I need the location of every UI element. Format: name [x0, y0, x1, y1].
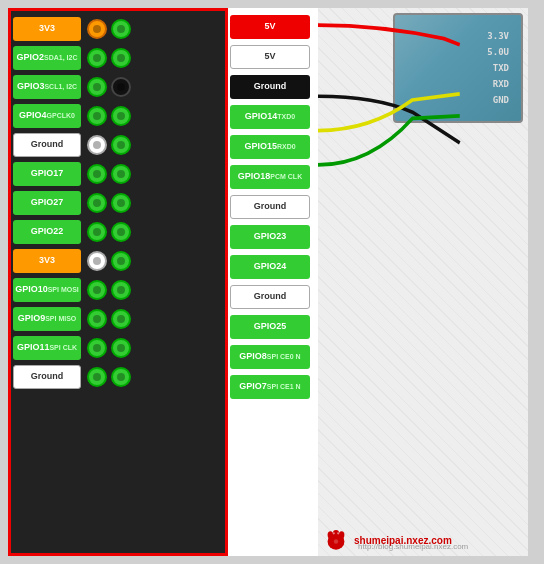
- left-pin-label: GPIO17: [13, 162, 81, 186]
- right-circle: [111, 222, 131, 242]
- right-pin-label: GPIO8SPI CE0 N: [230, 345, 310, 369]
- main-container: 3V3GPIO2SDA1, I2CGPIO3SCL1, I2CGPIO4GPCL…: [8, 8, 528, 556]
- gpio-right-row: GPIO15RXD0: [230, 132, 316, 161]
- left-circle: [87, 77, 107, 97]
- chip-photo: 3.3V 5.0U TXD RXD GND: [393, 13, 523, 123]
- gpio-right-row: GPIO8SPI CE0 N: [230, 342, 316, 371]
- right-pin-label: GPIO18PCM CLK: [230, 165, 310, 189]
- gpio-row: 3V3: [13, 15, 223, 43]
- right-circle: [111, 19, 131, 39]
- chip-label-2: 5.0U: [487, 47, 509, 57]
- right-circle: [111, 309, 131, 329]
- pin-circles: [87, 164, 131, 184]
- pin-circles: [87, 251, 131, 271]
- pin-circles: [87, 222, 131, 242]
- pin-circles: [87, 367, 131, 387]
- left-circle: [87, 164, 107, 184]
- gpio-row: GPIO9SPI MISO: [13, 305, 223, 333]
- gpio-right-row: GPIO23: [230, 222, 316, 251]
- right-circle: [111, 338, 131, 358]
- pin-circles: [87, 193, 131, 213]
- svg-point-3: [339, 531, 345, 538]
- left-circle: [87, 193, 107, 213]
- right-panel: 5V5VGroundGPIO14TXD0GPIO15RXD0GPIO18PCM …: [228, 8, 528, 556]
- left-pin-label: GPIO27: [13, 191, 81, 215]
- right-pin-label: GPIO23: [230, 225, 310, 249]
- gpio-panel: 3V3GPIO2SDA1, I2CGPIO3SCL1, I2CGPIO4GPCL…: [8, 8, 228, 556]
- left-pin-label: GPIO4GPCLK0: [13, 104, 81, 128]
- left-pin-label: Ground: [13, 365, 81, 389]
- right-pin-label: GPIO7SPI CE1 N: [230, 375, 310, 399]
- left-circle: [87, 222, 107, 242]
- pin-circles: [87, 77, 131, 97]
- gpio-row: GPIO3SCL1, I2C: [13, 73, 223, 101]
- left-circle: [87, 367, 107, 387]
- chip-label-3: TXD: [493, 63, 509, 73]
- pin-circles: [87, 309, 131, 329]
- left-circle: [87, 135, 107, 155]
- right-circle: [111, 193, 131, 213]
- gpio-right-row: GPIO18PCM CLK: [230, 162, 316, 191]
- chip-label-4: RXD: [493, 79, 509, 89]
- svg-point-4: [333, 532, 335, 534]
- gpio-row: 3V3: [13, 247, 223, 275]
- gpio-right-row: Ground: [230, 282, 316, 311]
- pin-circles: [87, 19, 131, 39]
- left-circle: [87, 251, 107, 271]
- right-pin-label: 5V: [230, 15, 310, 39]
- gpio-row: GPIO10SPI MOSI: [13, 276, 223, 304]
- left-circle: [87, 19, 107, 39]
- svg-point-5: [337, 532, 339, 534]
- pin-circles: [87, 338, 131, 358]
- left-pin-label: GPIO11SPI CLK: [13, 336, 81, 360]
- left-pin-label: Ground: [13, 133, 81, 157]
- gpio-right-row: GPIO14TXD0: [230, 102, 316, 131]
- right-circle: [111, 251, 131, 271]
- right-pin-label: Ground: [230, 195, 310, 219]
- left-pin-label: GPIO22: [13, 220, 81, 244]
- right-circle: [111, 106, 131, 126]
- pin-circles: [87, 135, 131, 155]
- right-circle: [111, 367, 131, 387]
- right-pin-label: Ground: [230, 75, 310, 99]
- right-pin-label: GPIO15RXD0: [230, 135, 310, 159]
- right-circle: [111, 280, 131, 300]
- left-circle: [87, 48, 107, 68]
- gpio-row: GPIO17: [13, 160, 223, 188]
- left-pin-label: 3V3: [13, 17, 81, 41]
- chip-label-5: GND: [493, 95, 509, 105]
- gpio-right-row: 5V: [230, 42, 316, 71]
- raspberry-icon: [322, 526, 350, 554]
- gpio-row: GPIO2SDA1, I2C: [13, 44, 223, 72]
- gpio-row: Ground: [13, 131, 223, 159]
- gpio-right-row: Ground: [230, 192, 316, 221]
- gpio-right-row: Ground: [230, 72, 316, 101]
- left-circle: [87, 106, 107, 126]
- left-pin-label: GPIO9SPI MISO: [13, 307, 81, 331]
- gpio-right-row: GPIO24: [230, 252, 316, 281]
- left-pin-label: 3V3: [13, 249, 81, 273]
- chip-label-1: 3.3V: [487, 31, 509, 41]
- svg-point-2: [328, 531, 334, 538]
- gpio-row: GPIO4GPCLK0: [13, 102, 223, 130]
- right-pin-label: GPIO25: [230, 315, 310, 339]
- gpio-row: GPIO27: [13, 189, 223, 217]
- right-pin-label: GPIO24: [230, 255, 310, 279]
- right-circle: [111, 48, 131, 68]
- gpio-right-row: GPIO25: [230, 312, 316, 341]
- gpio-row: GPIO22: [13, 218, 223, 246]
- left-circle: [87, 309, 107, 329]
- svg-point-6: [334, 539, 338, 543]
- right-circle: [111, 135, 131, 155]
- left-pin-label: GPIO3SCL1, I2C: [13, 75, 81, 99]
- gpio-row: GPIO11SPI CLK: [13, 334, 223, 362]
- right-circle: [111, 77, 131, 97]
- left-circle: [87, 280, 107, 300]
- gpio-right-row: GPIO7SPI CE1 N: [230, 372, 316, 401]
- pin-circles: [87, 48, 131, 68]
- pin-circles: [87, 280, 131, 300]
- right-pin-label: 5V: [230, 45, 310, 69]
- right-circle: [111, 164, 131, 184]
- gpio-right-col: 5V5VGroundGPIO14TXD0GPIO15RXD0GPIO18PCM …: [228, 8, 318, 556]
- left-pin-label: GPIO2SDA1, I2C: [13, 46, 81, 70]
